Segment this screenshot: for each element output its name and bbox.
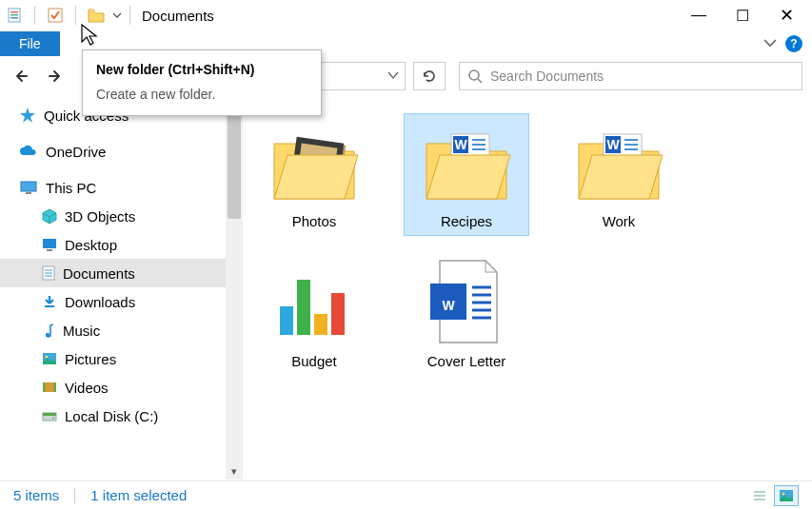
chart-icon bbox=[267, 260, 362, 345]
svg-line-6 bbox=[478, 79, 482, 83]
sidebar-item-videos[interactable]: Videos bbox=[0, 373, 243, 401]
sidebar-item-local-disk[interactable]: Local Disk (C:) bbox=[0, 401, 243, 430]
svg-rect-1 bbox=[10, 11, 18, 13]
refresh-button[interactable] bbox=[413, 62, 446, 90]
file-budget[interactable]: Budget bbox=[252, 254, 376, 375]
forward-button[interactable] bbox=[42, 63, 69, 89]
sidebar-item-label: Downloads bbox=[65, 294, 135, 310]
sidebar-item-desktop[interactable]: Desktop bbox=[0, 230, 243, 259]
file-tab[interactable]: File bbox=[0, 31, 60, 56]
sidebar-item-label: Pictures bbox=[65, 351, 116, 367]
video-icon bbox=[42, 381, 57, 394]
svg-point-16 bbox=[46, 333, 50, 337]
item-label: Photos bbox=[292, 213, 337, 229]
svg-point-18 bbox=[46, 356, 49, 359]
svg-rect-8 bbox=[26, 192, 31, 194]
svg-text:W: W bbox=[606, 137, 620, 152]
document-icon bbox=[42, 265, 55, 281]
svg-rect-9 bbox=[43, 239, 56, 248]
svg-rect-20 bbox=[43, 382, 46, 392]
new-folder-icon[interactable] bbox=[86, 5, 107, 26]
separator bbox=[129, 6, 130, 25]
sidebar-item-label: Documents bbox=[63, 265, 135, 282]
tooltip-title: New folder (Ctrl+Shift+N) bbox=[96, 62, 307, 77]
svg-point-5 bbox=[469, 70, 479, 80]
sidebar-item-documents[interactable]: Documents bbox=[0, 259, 243, 287]
sidebar-item-label: This PC bbox=[46, 180, 96, 196]
folder-thumbnail-icon bbox=[267, 120, 362, 206]
sidebar-item-label: 3D Objects bbox=[65, 208, 135, 225]
cube-icon bbox=[42, 208, 57, 224]
sidebar-scrollbar[interactable]: ▴ ▾ bbox=[226, 95, 243, 480]
properties-icon[interactable] bbox=[4, 5, 25, 26]
tooltip: New folder (Ctrl+Shift+N) Create a new f… bbox=[82, 49, 322, 116]
search-placeholder: Search Documents bbox=[490, 69, 604, 84]
ribbon-right: ? bbox=[762, 35, 812, 52]
sidebar-onedrive[interactable]: OneDrive bbox=[0, 137, 243, 166]
svg-rect-21 bbox=[54, 382, 57, 392]
qat-dropdown-icon[interactable] bbox=[110, 5, 124, 26]
folder-thumbnail-icon: W bbox=[419, 120, 514, 206]
sidebar-item-label: Desktop bbox=[65, 237, 117, 253]
sidebar-item-music[interactable]: Music bbox=[0, 316, 243, 344]
maximize-button[interactable]: ☐ bbox=[721, 1, 764, 29]
status-selection: 1 item selected bbox=[90, 487, 187, 503]
main: Quick access OneDrive This PC 3D Objects… bbox=[0, 95, 812, 480]
svg-rect-3 bbox=[10, 17, 18, 19]
titlebar: Documents — ☐ ✕ bbox=[0, 0, 812, 30]
scroll-thumb[interactable] bbox=[228, 114, 241, 219]
search-icon bbox=[467, 69, 483, 84]
close-button[interactable]: ✕ bbox=[764, 1, 808, 29]
word-document-icon: W bbox=[419, 260, 514, 345]
drive-icon bbox=[42, 409, 57, 422]
svg-rect-23 bbox=[43, 413, 56, 416]
sidebar-item-label: Videos bbox=[65, 380, 109, 396]
desktop-icon bbox=[42, 238, 57, 251]
item-label: Budget bbox=[291, 353, 337, 369]
ribbon-collapse-icon[interactable] bbox=[762, 36, 778, 51]
back-button[interactable] bbox=[10, 63, 36, 89]
item-label: Cover Letter bbox=[427, 353, 506, 369]
svg-rect-47 bbox=[297, 280, 310, 335]
status-count: 5 items bbox=[13, 487, 59, 503]
search-box[interactable]: Search Documents bbox=[459, 62, 802, 90]
sidebar-this-pc[interactable]: This PC bbox=[0, 173, 243, 202]
item-label: Recipes bbox=[441, 213, 492, 229]
svg-rect-48 bbox=[314, 314, 327, 335]
svg-point-24 bbox=[52, 418, 54, 420]
svg-rect-46 bbox=[280, 306, 293, 335]
cloud-icon bbox=[19, 145, 38, 158]
address-dropdown-icon[interactable] bbox=[387, 69, 399, 83]
window-title: Documents bbox=[142, 8, 214, 24]
thumbnails-view-button[interactable] bbox=[774, 485, 799, 506]
star-icon bbox=[19, 107, 36, 124]
item-label: Work bbox=[603, 213, 636, 229]
sidebar-item-label: Music bbox=[63, 323, 100, 339]
folder-work[interactable]: W Work bbox=[557, 114, 681, 235]
minimize-button[interactable]: — bbox=[677, 1, 721, 29]
svg-rect-10 bbox=[47, 249, 52, 251]
svg-rect-49 bbox=[331, 293, 345, 335]
sidebar-item-downloads[interactable]: Downloads bbox=[0, 287, 243, 316]
item-grid: Photos W Recipes W Work Budget bbox=[252, 114, 802, 375]
view-toggles bbox=[747, 485, 799, 506]
details-view-button[interactable] bbox=[747, 485, 772, 506]
checkmark-icon[interactable] bbox=[45, 5, 66, 26]
help-icon[interactable]: ? bbox=[785, 35, 802, 52]
download-icon bbox=[42, 294, 57, 309]
svg-rect-2 bbox=[10, 14, 18, 16]
folder-thumbnail-icon: W bbox=[571, 120, 666, 206]
nav-pane: Quick access OneDrive This PC 3D Objects… bbox=[0, 95, 243, 480]
sidebar-item-label: OneDrive bbox=[46, 144, 106, 160]
separator bbox=[75, 6, 76, 25]
sidebar-item-3d-objects[interactable]: 3D Objects bbox=[0, 202, 243, 230]
scroll-down-icon[interactable]: ▾ bbox=[226, 462, 243, 480]
separator bbox=[74, 488, 75, 503]
file-cover-letter[interactable]: W Cover Letter bbox=[405, 254, 528, 375]
folder-recipes[interactable]: W Recipes bbox=[405, 114, 528, 235]
quick-access-toolbar bbox=[4, 5, 124, 26]
pc-icon bbox=[19, 180, 38, 195]
status-bar: 5 items 1 item selected bbox=[0, 480, 812, 509]
folder-photos[interactable]: Photos bbox=[252, 114, 376, 235]
sidebar-item-pictures[interactable]: Pictures bbox=[0, 344, 243, 373]
